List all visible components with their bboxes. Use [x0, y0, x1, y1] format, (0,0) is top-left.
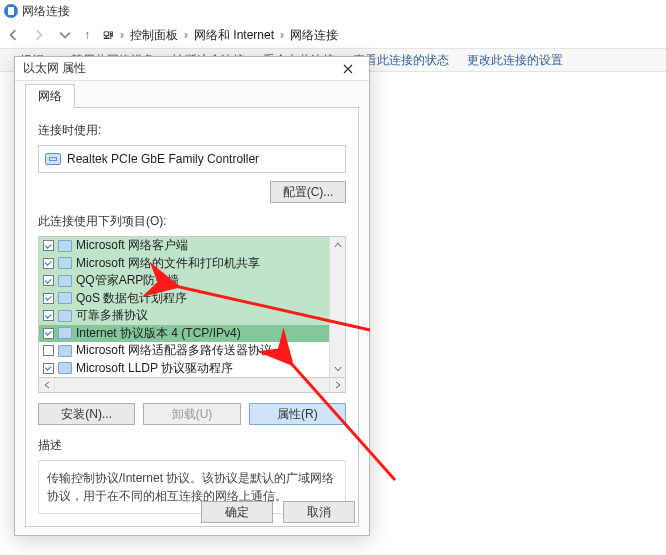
tab-strip: 网络 — [15, 81, 369, 107]
dialog-title: 以太网 属性 — [23, 60, 86, 77]
protocol-icon — [58, 257, 72, 269]
item-checkbox[interactable] — [43, 310, 54, 321]
network-adapter-icon — [45, 153, 61, 165]
breadcrumb-item-network-internet[interactable]: 网络和 Internet — [194, 27, 274, 44]
item-checkbox[interactable] — [43, 275, 54, 286]
chevron-right-icon: › — [120, 28, 124, 42]
nav-up-button[interactable]: ↑ — [84, 28, 90, 42]
protocol-icon — [58, 310, 72, 322]
components-listbox[interactable]: Microsoft 网络客户端Microsoft 网络的文件和打印机共享QQ管家… — [38, 236, 346, 378]
breadcrumb-item-control-panel[interactable]: 控制面板 — [130, 27, 178, 44]
scroll-up-button[interactable] — [330, 237, 345, 253]
breadcrumb-item-network-connections[interactable]: 网络连接 — [290, 27, 338, 44]
list-item[interactable]: Microsoft 网络的文件和打印机共享 — [39, 255, 329, 273]
item-label: Microsoft 网络的文件和打印机共享 — [76, 255, 260, 272]
item-label: Internet 协议版本 4 (TCP/IPv4) — [76, 325, 241, 342]
uninstall-button[interactable]: 卸载(U) — [143, 403, 240, 425]
item-checkbox[interactable] — [43, 363, 54, 374]
install-button[interactable]: 安装(N)... — [38, 403, 135, 425]
close-button[interactable] — [333, 60, 363, 78]
item-checkbox[interactable] — [43, 258, 54, 269]
item-checkbox[interactable] — [43, 328, 54, 339]
protocol-icon — [58, 275, 72, 287]
item-label: QoS 数据包计划程序 — [76, 290, 187, 307]
item-checkbox[interactable] — [43, 345, 54, 356]
parent-window-title: 网络连接 — [22, 3, 70, 20]
item-checkbox[interactable] — [43, 240, 54, 251]
dialog-titlebar[interactable]: 以太网 属性 — [15, 57, 369, 81]
vertical-scrollbar[interactable] — [329, 237, 345, 377]
address-bar: ↑ 🖳 › 控制面板 › 网络和 Internet › 网络连接 — [0, 22, 666, 48]
cancel-button[interactable]: 取消 — [283, 501, 355, 523]
parent-window-titlebar: 网络连接 — [0, 0, 666, 22]
item-label: Microsoft 网络适配器多路传送器协议 — [76, 342, 272, 359]
item-label: Microsoft LLDP 协议驱动程序 — [76, 360, 233, 377]
protocol-icon — [58, 345, 72, 357]
chevron-right-icon: › — [184, 28, 188, 42]
ethernet-properties-dialog: 以太网 属性 网络 连接时使用: Realtek PCIe GbE Family… — [14, 56, 370, 536]
configure-button[interactable]: 配置(C)... — [270, 181, 346, 203]
protocol-icon — [58, 292, 72, 304]
protocol-icon — [58, 240, 72, 252]
ok-button[interactable]: 确定 — [201, 501, 273, 523]
protocol-icon — [58, 327, 72, 339]
description-label: 描述 — [38, 437, 346, 454]
tab-page-network: 连接时使用: Realtek PCIe GbE Family Controlle… — [25, 107, 359, 527]
nav-history-button[interactable] — [52, 22, 78, 48]
list-item[interactable]: QQ管家ARP防火墙 — [39, 272, 329, 290]
protocol-icon — [58, 362, 72, 374]
item-checkbox[interactable] — [43, 293, 54, 304]
item-label: Microsoft 网络客户端 — [76, 237, 188, 254]
scroll-left-button[interactable] — [39, 378, 55, 392]
adapter-box: Realtek PCIe GbE Family Controller — [38, 145, 346, 173]
connect-using-label: 连接时使用: — [38, 122, 346, 139]
list-item[interactable]: Microsoft LLDP 协议驱动程序 — [39, 360, 329, 378]
item-label: QQ管家ARP防火墙 — [76, 272, 179, 289]
list-item[interactable]: Microsoft 网络适配器多路传送器协议 — [39, 342, 329, 360]
item-label: 可靠多播协议 — [76, 307, 148, 324]
control-panel-icon — [4, 4, 18, 18]
chevron-right-icon: › — [280, 28, 284, 42]
tab-network[interactable]: 网络 — [25, 84, 75, 108]
properties-button[interactable]: 属性(R) — [249, 403, 346, 425]
toolbar-change[interactable]: 更改此连接的设置 — [467, 52, 563, 69]
list-item[interactable]: Internet 协议版本 4 (TCP/IPv4) — [39, 325, 329, 343]
list-item[interactable]: Microsoft 网络客户端 — [39, 237, 329, 255]
nav-forward-button[interactable] — [26, 22, 52, 48]
breadcrumb-root-icon[interactable]: 🖳 — [102, 28, 114, 42]
scroll-right-button[interactable] — [329, 378, 345, 392]
scroll-down-button[interactable] — [330, 361, 345, 377]
list-item[interactable]: QoS 数据包计划程序 — [39, 290, 329, 308]
horizontal-scrollbar[interactable] — [38, 378, 346, 393]
items-label: 此连接使用下列项目(O): — [38, 213, 346, 230]
nav-back-button[interactable] — [0, 22, 26, 48]
adapter-name: Realtek PCIe GbE Family Controller — [67, 152, 259, 166]
list-item[interactable]: 可靠多播协议 — [39, 307, 329, 325]
